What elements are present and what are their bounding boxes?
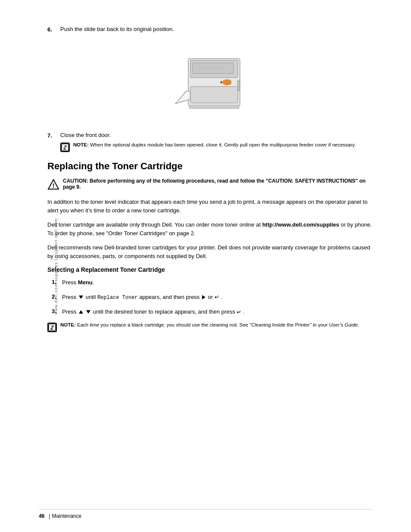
para2-url: http://www.dell.com/supplies — [262, 221, 339, 228]
down-arrow-icon — [79, 296, 83, 299]
body-para-3: Dell recommends new Dell-branded toner c… — [47, 243, 372, 260]
steps-list: 1. Press Menu. 2. Press until Replace To… — [52, 278, 372, 316]
note-2-block: Z NOTE: Each time you replace a black ca… — [47, 322, 372, 332]
step-2-end: . — [219, 294, 222, 300]
step-6-number: 6. — [47, 26, 60, 33]
step-3-text: Press until the desired toner to replace… — [62, 308, 244, 316]
step-2-code: Replace Toner — [97, 295, 138, 301]
step-7-text: Close the front door. — [60, 132, 111, 138]
note-2-end: . — [358, 322, 359, 327]
step-3-until: until the desired toner to replace appea… — [91, 308, 237, 315]
sub-heading: Selecting a Replacement Toner Cartridge — [47, 266, 372, 273]
caution-label: CAUTION: — [63, 178, 88, 184]
note-2-text: NOTE: Each time you replace a black cart… — [60, 322, 359, 327]
step-7: 7. Close the front door. — [47, 132, 372, 139]
step-2-appears: appears, and then press — [138, 294, 201, 300]
printer-illustration — [162, 41, 257, 119]
step-1-after: . — [93, 279, 94, 286]
step-6: 6. Push the slide bar back to its origin… — [47, 26, 372, 33]
note-2-label: NOTE: — [60, 322, 76, 327]
svg-rect-10 — [223, 80, 231, 84]
side-text: www.dell.com/supplies | support.dell.com — [54, 218, 58, 314]
body-para-2: Dell toner cartridge are available only … — [47, 221, 372, 237]
step-2-press: Press — [62, 294, 78, 300]
step-item-1: 1. Press Menu. — [52, 278, 372, 287]
step-1-before: Press — [62, 279, 78, 286]
svg-text:!: ! — [53, 182, 55, 189]
step-item-2: 2. Press until Replace Toner appears, an… — [52, 293, 372, 302]
footer-section: Maintenance — [52, 513, 81, 519]
step-2-text: Press until Replace Toner appears, and t… — [62, 293, 222, 302]
svg-text:Z: Z — [63, 145, 67, 151]
up-arrow-icon — [79, 310, 83, 314]
caution-body: Before performing any of the following p… — [63, 178, 366, 190]
note-1-icon: Z — [60, 143, 70, 152]
note-2-body: Each time you replace a black cartridge,… — [77, 322, 329, 327]
page-container: www.dell.com/supplies | support.dell.com… — [0, 0, 411, 532]
svg-text:Z: Z — [50, 325, 54, 331]
note-1-label: NOTE: — [73, 142, 89, 147]
step-6-text: Push the slide bar back to its original … — [60, 26, 174, 32]
note-1-body: When the optional duplex module has been… — [90, 142, 356, 147]
step-item-3: 3. Press until the desired toner to repl… — [52, 308, 372, 316]
step-2-or: or — [206, 294, 215, 300]
enter-icon: ↵ — [215, 293, 219, 302]
note-1-block: Z NOTE: When the optional duplex module … — [60, 142, 372, 152]
section-heading: Replacing the Toner Cartridge — [47, 161, 372, 172]
body-para-1: In addition to the toner level indicator… — [47, 198, 372, 215]
step-3-press: Press — [62, 308, 78, 315]
svg-rect-13 — [189, 105, 239, 109]
printer-image — [47, 41, 372, 119]
note-2-icon: Z — [47, 323, 57, 332]
step-3-end: . — [241, 308, 244, 315]
page-footer: 46 | Maintenance — [39, 509, 372, 519]
down-arrow-icon-2 — [86, 310, 90, 314]
note-1-text: NOTE: When the optional duplex module ha… — [73, 142, 356, 147]
right-arrow-icon — [202, 295, 206, 299]
para2-start: Dell toner cartridge are available only … — [47, 221, 262, 228]
note-2-italic: User’s Guide — [329, 322, 358, 327]
step-2-until: until — [84, 294, 97, 300]
step-1-bold: Menu — [78, 279, 93, 286]
enter-icon-2: ↵ — [237, 308, 241, 317]
step-1-text: Press Menu. — [62, 278, 94, 287]
svg-rect-2 — [193, 63, 234, 74]
footer-separator: | — [49, 513, 50, 519]
caution-icon: ! — [47, 179, 59, 191]
caution-block: ! CAUTION: Before performing any of the … — [47, 178, 372, 191]
step-7-number: 7. — [47, 132, 60, 139]
svg-rect-6 — [190, 87, 238, 103]
svg-rect-12 — [237, 80, 240, 91]
caution-text: CAUTION: Before performing any of the fo… — [63, 178, 372, 190]
footer-page-number: 46 — [39, 513, 44, 519]
